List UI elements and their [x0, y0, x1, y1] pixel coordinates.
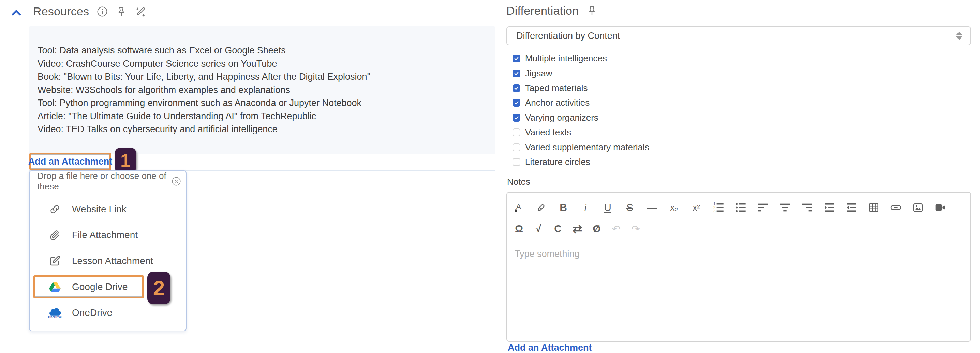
checkbox-label: Jigsaw: [525, 68, 552, 79]
editor-text-area[interactable]: Type something: [507, 239, 970, 259]
insert-link-icon[interactable]: [889, 201, 902, 214]
align-left-icon[interactable]: [756, 201, 769, 214]
resource-line: Video: CrashCourse Computer Science seri…: [38, 57, 485, 71]
checkbox-label: Varied texts: [525, 127, 571, 138]
resources-content-card: Tool: Data analysis software such as Exc…: [29, 26, 495, 154]
collapse-section-chevron-icon[interactable]: [10, 7, 22, 18]
checkbox-label: Varying organizers: [525, 112, 598, 123]
checkbox-label: Multiple intelligences: [525, 53, 607, 64]
chem-icon[interactable]: C: [551, 222, 564, 235]
checkbox[interactable]: [512, 54, 520, 62]
checkbox-label: Varied supplementary materials: [525, 142, 649, 153]
onedrive-wordmark: OneDrive: [48, 315, 62, 318]
square-root-icon[interactable]: √: [532, 222, 545, 235]
undo-icon: ↶: [610, 222, 623, 235]
insert-image-icon[interactable]: [912, 201, 924, 214]
checkbox-row[interactable]: Varied supplementary materials: [506, 140, 813, 154]
differentiation-type-select[interactable]: Differentiation by Content: [506, 26, 971, 45]
checkbox[interactable]: [512, 99, 520, 107]
website-link-icon: [49, 203, 61, 215]
resource-line: Article: "The Ultimate Guide to Understa…: [38, 110, 485, 123]
checkbox-row[interactable]: Anchor activities: [506, 95, 813, 110]
table-icon[interactable]: [867, 201, 880, 214]
checkbox[interactable]: [512, 158, 520, 166]
magic-wand-icon[interactable]: [135, 6, 146, 17]
strikethrough-icon[interactable]: S: [623, 201, 636, 214]
checkbox[interactable]: [512, 70, 520, 78]
special-characters-icon[interactable]: Ω: [512, 222, 525, 235]
notes-rich-text-editor: ABiUS—x₂x²123 Ω√C⇄Ø↶↷ Type something: [506, 192, 971, 342]
pin-icon[interactable]: [116, 6, 127, 17]
menu-item-label: File Attachment: [72, 230, 138, 241]
menu-item-file-attachment[interactable]: File Attachment: [30, 222, 186, 248]
add-attachment-link-resources[interactable]: Add an Attachment: [28, 157, 113, 167]
info-icon[interactable]: [97, 6, 108, 17]
toolbar-row-1: ABiUS—x₂x²123: [512, 196, 970, 218]
google-drive-icon: [49, 281, 61, 293]
superscript-icon[interactable]: x²: [690, 201, 703, 214]
checkbox-row[interactable]: Multiple intelligences: [506, 51, 813, 66]
editor-toolbar: ABiUS—x₂x²123 Ω√C⇄Ø↶↷: [507, 193, 970, 239]
checkbox-row[interactable]: Varied texts: [506, 125, 813, 140]
checkbox[interactable]: [512, 84, 520, 92]
file-attachment-icon: [49, 229, 61, 241]
checkbox-row[interactable]: Literature circles: [506, 155, 813, 169]
resource-line: Tool: Data analysis software such as Exc…: [38, 44, 485, 57]
attachment-dropdown-header: Drop a file here or choose one of these: [30, 171, 186, 192]
checkbox-label: Taped materials: [525, 83, 588, 93]
menu-item-label: OneDrive: [72, 307, 112, 318]
checkbox-label: Literature circles: [525, 157, 590, 167]
step1-highlight-box: Add an Attachment: [29, 153, 111, 170]
unordered-list-icon[interactable]: [734, 201, 747, 214]
subscript-icon[interactable]: x₂: [668, 201, 681, 214]
drop-file-hint: Drop a file here or choose one of these: [37, 171, 172, 192]
checkbox-row[interactable]: Varying organizers: [506, 111, 813, 125]
align-right-icon[interactable]: [801, 201, 814, 214]
resource-line: Video: TED Talks on cybersecurity and ar…: [38, 123, 485, 136]
select-value: Differentiation by Content: [516, 31, 620, 41]
onedrive-icon: OneDrive: [49, 307, 61, 319]
resource-line: Tool: Python programming environment suc…: [38, 97, 485, 110]
annotation-step-1-badge: 1: [115, 147, 137, 173]
notes-label: Notes: [507, 176, 530, 187]
select-spinner-icon: [956, 32, 962, 40]
svg-text:A: A: [516, 202, 521, 211]
insert-video-icon[interactable]: [934, 201, 947, 214]
checkbox-row[interactable]: Taped materials: [506, 81, 813, 95]
menu-item-label: Lesson Attachment: [72, 256, 153, 266]
align-center-icon[interactable]: [778, 201, 791, 214]
resource-line: Website: W3Schools for algorithm example…: [38, 84, 485, 97]
clear-formatting-icon[interactable]: Ø: [590, 222, 603, 235]
checkbox[interactable]: [512, 114, 520, 122]
italic-icon[interactable]: i: [579, 201, 592, 214]
annotation-step-2-badge: 2: [147, 272, 170, 304]
menu-item-label: Google Drive: [72, 282, 127, 292]
menu-item-lesson-attachment[interactable]: Lesson Attachment: [30, 248, 186, 274]
highlighter-icon[interactable]: [535, 201, 547, 214]
text-color-icon[interactable]: A: [512, 201, 525, 214]
svg-text:3: 3: [713, 209, 715, 213]
resource-line: Book: "Blown to Bits: Your Life, Liberty…: [38, 70, 485, 84]
differentiation-section-title: Differentiation: [506, 4, 579, 17]
lesson-attachment-icon: [49, 255, 61, 267]
differentiation-checkbox-list: Multiple intelligences Jigsaw Taped mate…: [506, 51, 813, 169]
attachment-dropdown-panel: Drop a file here or choose one of these …: [29, 170, 186, 331]
indent-icon[interactable]: [823, 201, 836, 214]
redo-icon: ↷: [629, 222, 642, 235]
resources-section-title: Resources: [33, 5, 89, 18]
checkbox[interactable]: [512, 144, 520, 151]
toolbar-row-2: Ω√C⇄Ø↶↷: [512, 218, 970, 239]
checkbox[interactable]: [512, 128, 520, 136]
bold-icon[interactable]: B: [557, 201, 570, 214]
ordered-list-icon[interactable]: 123: [712, 201, 725, 214]
add-attachment-link-differentiation[interactable]: Add an Attachment: [508, 342, 592, 353]
underline-icon[interactable]: U: [601, 201, 614, 214]
checkbox-row[interactable]: Jigsaw: [506, 66, 813, 81]
close-icon[interactable]: [172, 176, 181, 187]
editor-placeholder: Type something: [515, 249, 580, 259]
outdent-icon[interactable]: [845, 201, 858, 214]
swap-arrows-icon[interactable]: ⇄: [571, 222, 584, 235]
menu-item-website-link[interactable]: Website Link: [30, 196, 186, 222]
horizontal-rule-icon[interactable]: —: [646, 201, 659, 214]
pin-icon[interactable]: [586, 5, 598, 17]
